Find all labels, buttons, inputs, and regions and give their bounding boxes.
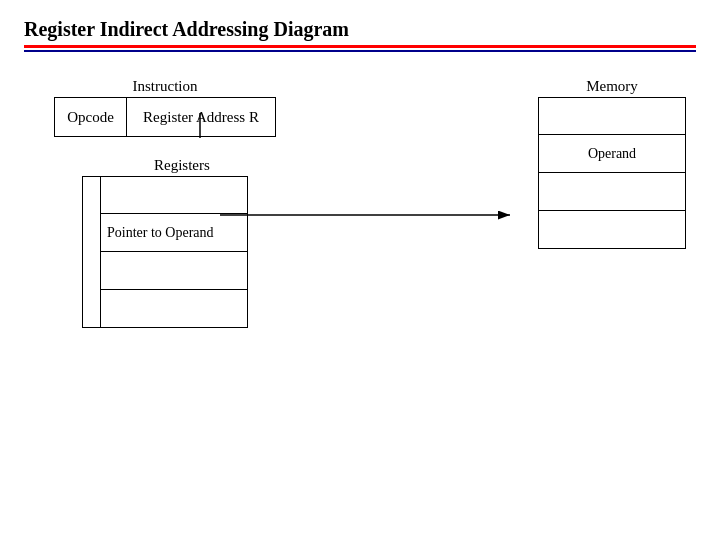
title-line-red [24,45,696,48]
registers-label: Registers [154,157,248,174]
opcode-cell: Opcode [55,98,127,136]
mem-cell-operand: Operand [538,135,686,173]
reg-cell-1 [100,176,248,214]
memory-section: Memory Operand [538,78,686,249]
mem-cell-3 [538,173,686,211]
mem-cell-4 [538,211,686,249]
pointer-label: Pointer to Operand [107,225,214,241]
operand-label: Operand [588,146,636,162]
memory-cells: Operand [538,97,686,249]
reg-cell-3 [100,252,248,290]
register-cells: Pointer to Operand [100,176,248,328]
left-section: Instruction Opcode Register Address R Re… [54,78,276,328]
registers-section: Registers Pointer to Operand [82,157,248,328]
title-line-blue [24,50,696,52]
reg-cell-pointer: Pointer to Operand [100,214,248,252]
register-bracket [82,176,100,328]
memory-label: Memory [538,78,686,95]
diagram-area: Instruction Opcode Register Address R Re… [24,58,696,522]
instruction-box: Opcode Register Address R [54,97,276,137]
page-title: Register Indirect Addressing Diagram [24,18,696,41]
mem-cell-1 [538,97,686,135]
instruction-label: Instruction [133,78,198,95]
register-address-cell: Register Address R [127,98,275,136]
registers-container: Pointer to Operand [82,176,248,328]
reg-cell-4 [100,290,248,328]
page: Register Indirect Addressing Diagram Ins… [0,0,720,540]
title-section: Register Indirect Addressing Diagram [24,18,696,52]
